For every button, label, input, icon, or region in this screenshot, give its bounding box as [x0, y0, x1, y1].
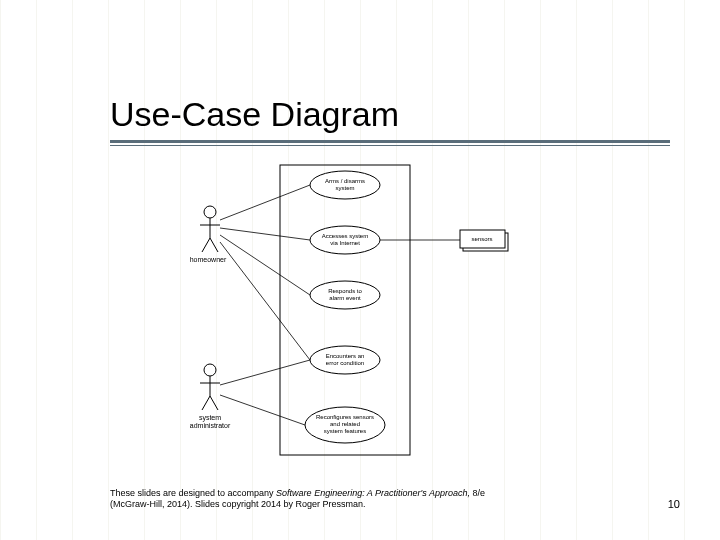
usecase-reconfigure-label-3: system features [324, 428, 366, 434]
usecase-responds-alarm-label-2: alarm event [329, 295, 361, 301]
usecase-arms-disarms-label-2: system [335, 185, 354, 191]
usecase-error-condition-label-1: Encounters an [326, 353, 365, 359]
title-underline-thick [110, 140, 670, 143]
actor-sysadmin-label-1: system [199, 414, 221, 422]
footer-line2: (McGraw-Hill, 2014). Slides copyright 20… [110, 499, 366, 509]
assoc-homeowner-uc1 [220, 185, 310, 220]
assoc-homeowner-uc3 [220, 235, 310, 295]
usecase-error-condition-label-2: error condition [326, 360, 364, 366]
usecase-diagram: Arms / disarms system Accesses system vi… [180, 160, 580, 460]
svg-line-3 [202, 238, 210, 252]
page-title: Use-Case Diagram [110, 95, 670, 138]
svg-line-9 [210, 396, 218, 410]
title-underline-thin [110, 145, 670, 146]
svg-line-4 [210, 238, 218, 252]
usecase-access-internet-label-2: via Internet [330, 240, 360, 246]
footer-part-a: These slides are designed to accompany [110, 488, 276, 498]
usecase-reconfigure-label-2: and related [330, 421, 360, 427]
actor-homeowner [200, 206, 220, 252]
actor-homeowner-label: homeowner [190, 256, 227, 263]
usecase-reconfigure-label-1: Reconfigures sensors [316, 414, 374, 420]
actor-sysadmin [200, 364, 220, 410]
svg-point-0 [204, 206, 216, 218]
actor-sysadmin-label-2: administrator [190, 422, 231, 429]
page-number: 10 [668, 498, 680, 510]
sensors-label: sensors [471, 236, 492, 242]
assoc-sysadmin-uc5 [220, 395, 305, 425]
usecase-responds-alarm-label-1: Responds to [328, 288, 362, 294]
svg-line-8 [202, 396, 210, 410]
assoc-homeowner-uc4 [220, 242, 310, 360]
footer-part-c: 8/e [470, 488, 485, 498]
svg-point-5 [204, 364, 216, 376]
footer-part-b: Software Engineering: A Practitioner's A… [276, 488, 470, 498]
assoc-sysadmin-uc4 [220, 360, 310, 385]
footer-text: These slides are designed to accompany S… [110, 488, 540, 511]
title-area: Use-Case Diagram [110, 95, 670, 146]
assoc-homeowner-uc2 [220, 228, 310, 240]
usecase-access-internet-label-1: Accesses system [322, 233, 368, 239]
usecase-arms-disarms-label-1: Arms / disarms [325, 178, 365, 184]
